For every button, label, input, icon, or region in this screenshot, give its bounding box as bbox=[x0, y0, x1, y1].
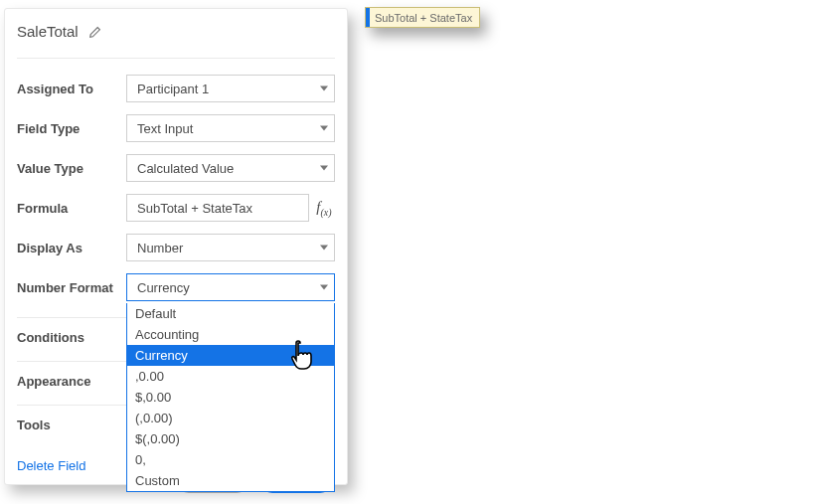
select-display-as[interactable]: Number bbox=[126, 234, 335, 261]
number-format-option[interactable]: $,0.00 bbox=[127, 387, 334, 408]
field-drag-handle[interactable] bbox=[366, 8, 370, 27]
row-value-type: Value Type Calculated Value bbox=[17, 148, 335, 188]
number-format-option[interactable]: ,0.00 bbox=[127, 366, 334, 387]
select-number-format-value: Currency bbox=[137, 280, 190, 295]
select-field-type[interactable]: Text Input bbox=[126, 114, 335, 142]
label-field-type: Field Type bbox=[17, 121, 126, 136]
label-appearance: Appearance bbox=[17, 374, 126, 389]
select-display-as-value: Number bbox=[137, 241, 183, 255]
delete-field-link[interactable]: Delete Field bbox=[17, 458, 85, 473]
number-format-option[interactable]: 0, bbox=[127, 449, 334, 470]
row-formula: Formula SubTotal + StateTax f(x) bbox=[17, 188, 335, 228]
form-field-preview[interactable]: SubTotal + StateTax bbox=[365, 7, 480, 28]
number-format-option[interactable]: Custom bbox=[127, 470, 334, 491]
number-format-option[interactable]: Accounting bbox=[127, 324, 334, 345]
form-field-preview-text: SubTotal + StateTax bbox=[375, 12, 472, 24]
formula-value: SubTotal + StateTax bbox=[137, 201, 252, 216]
number-format-option[interactable]: (,0.00) bbox=[127, 408, 334, 428]
chevron-down-icon bbox=[320, 246, 328, 251]
row-display-as: Display As Number bbox=[17, 228, 335, 267]
number-format-option[interactable]: $(,0.00) bbox=[127, 428, 334, 449]
formula-input[interactable]: SubTotal + StateTax bbox=[126, 194, 309, 222]
formula-wrap: SubTotal + StateTax f(x) bbox=[126, 194, 335, 222]
label-assigned-to: Assigned To bbox=[17, 82, 126, 96]
chevron-down-icon bbox=[320, 126, 328, 131]
number-format-option[interactable]: Default bbox=[127, 303, 334, 324]
chevron-down-icon bbox=[320, 166, 328, 171]
edit-name-icon[interactable] bbox=[88, 25, 102, 39]
row-field-type: Field Type Text Input bbox=[17, 108, 335, 148]
select-assigned-to[interactable]: Participant 1 bbox=[126, 75, 335, 102]
label-value-type: Value Type bbox=[17, 161, 126, 176]
field-properties-panel: SaleTotal Assigned To Participant 1 Fiel… bbox=[4, 8, 348, 485]
chevron-down-icon bbox=[320, 285, 328, 290]
number-format-dropdown: DefaultAccountingCurrency,0.00$,0.00(,0.… bbox=[126, 303, 335, 492]
row-number-format: Number Format Currency bbox=[17, 267, 335, 307]
select-field-type-value: Text Input bbox=[137, 121, 193, 136]
label-number-format: Number Format bbox=[17, 280, 126, 295]
select-value-type[interactable]: Calculated Value bbox=[126, 154, 335, 182]
field-name: SaleTotal bbox=[17, 23, 79, 40]
select-assigned-to-value: Participant 1 bbox=[137, 82, 209, 96]
label-tools: Tools bbox=[17, 418, 126, 432]
field-name-row: SaleTotal bbox=[17, 23, 335, 59]
fx-icon[interactable]: f(x) bbox=[313, 199, 335, 218]
number-format-option[interactable]: Currency bbox=[127, 345, 334, 366]
chevron-down-icon bbox=[320, 86, 328, 91]
label-conditions: Conditions bbox=[17, 330, 126, 345]
select-value-type-value: Calculated Value bbox=[137, 161, 234, 176]
select-number-format[interactable]: Currency bbox=[126, 273, 335, 301]
label-display-as: Display As bbox=[17, 241, 126, 255]
label-formula: Formula bbox=[17, 201, 126, 216]
row-assigned-to: Assigned To Participant 1 bbox=[17, 69, 335, 108]
